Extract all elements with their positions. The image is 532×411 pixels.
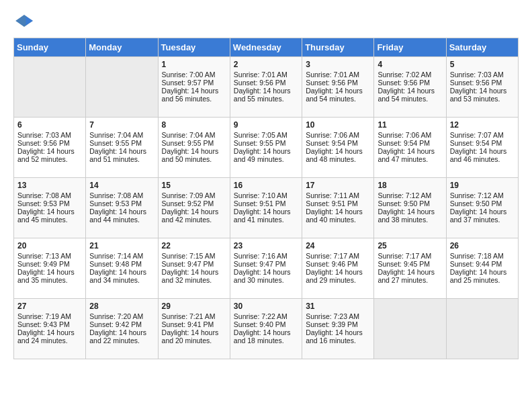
daylight-text: Daylight: 14 hours and 52 minutes. — [17, 147, 75, 163]
sunset-text: Sunset: 9:50 PM — [378, 199, 430, 208]
calendar-cell: 31Sunrise: 7:23 AMSunset: 9:39 PMDayligh… — [302, 299, 374, 359]
calendar-cell: 17Sunrise: 7:11 AMSunset: 9:51 PMDayligh… — [302, 178, 374, 238]
sunrise-text: Sunrise: 7:05 AM — [234, 131, 287, 139]
weekday-header: Monday — [86, 38, 158, 57]
day-number: 24 — [306, 241, 370, 250]
calendar-cell: 5Sunrise: 7:03 AMSunset: 9:56 PMDaylight… — [446, 57, 518, 118]
daylight-text: Daylight: 14 hours and 29 minutes. — [306, 268, 363, 284]
sunrise-text: Sunrise: 7:04 AM — [89, 131, 143, 139]
calendar-cell: 14Sunrise: 7:08 AMSunset: 9:53 PMDayligh… — [86, 178, 158, 238]
weekday-header: Tuesday — [158, 38, 230, 57]
sunrise-text: Sunrise: 7:02 AM — [378, 71, 431, 79]
weekday-header: Friday — [374, 38, 446, 57]
sunset-text: Sunset: 9:54 PM — [306, 139, 358, 147]
daylight-text: Daylight: 14 hours and 46 minutes. — [450, 147, 507, 163]
day-number: 26 — [450, 241, 515, 250]
calendar-cell: 20Sunrise: 7:13 AMSunset: 9:49 PMDayligh… — [14, 238, 86, 299]
day-number: 13 — [17, 181, 82, 190]
sunrise-text: Sunrise: 7:16 AM — [234, 252, 287, 260]
calendar-cell: 27Sunrise: 7:19 AMSunset: 9:43 PMDayligh… — [14, 299, 86, 359]
daylight-text: Daylight: 14 hours and 40 minutes. — [306, 208, 363, 224]
calendar-cell: 29Sunrise: 7:21 AMSunset: 9:41 PMDayligh… — [158, 299, 230, 359]
sunset-text: Sunset: 9:52 PM — [162, 199, 214, 208]
calendar-cell: 21Sunrise: 7:14 AMSunset: 9:48 PMDayligh… — [86, 238, 158, 299]
day-number: 7 — [89, 120, 154, 130]
sunrise-text: Sunrise: 7:15 AM — [162, 252, 216, 260]
sunrise-text: Sunrise: 7:17 AM — [378, 252, 431, 260]
sunrise-text: Sunrise: 7:12 AM — [378, 191, 431, 199]
day-number: 19 — [450, 181, 515, 190]
sunset-text: Sunset: 9:49 PM — [17, 260, 70, 268]
calendar-cell: 13Sunrise: 7:08 AMSunset: 9:53 PMDayligh… — [14, 178, 86, 238]
sunrise-text: Sunrise: 7:09 AM — [162, 191, 216, 199]
daylight-text: Daylight: 14 hours and 42 minutes. — [162, 208, 219, 224]
calendar-cell — [86, 57, 158, 118]
sunset-text: Sunset: 9:40 PM — [234, 320, 286, 328]
sunrise-text: Sunrise: 7:03 AM — [450, 71, 504, 79]
calendar-cell: 26Sunrise: 7:18 AMSunset: 9:44 PMDayligh… — [446, 238, 518, 299]
day-number: 12 — [450, 120, 515, 130]
calendar-cell: 10Sunrise: 7:06 AMSunset: 9:54 PMDayligh… — [302, 118, 374, 178]
logo-icon — [13, 15, 35, 27]
daylight-text: Daylight: 14 hours and 27 minutes. — [378, 268, 435, 284]
day-number: 9 — [234, 120, 298, 130]
sunset-text: Sunset: 9:42 PM — [89, 320, 142, 328]
sunset-text: Sunset: 9:53 PM — [17, 199, 70, 208]
day-number: 8 — [162, 120, 226, 130]
sunrise-text: Sunrise: 7:11 AM — [306, 191, 359, 199]
sunrise-text: Sunrise: 7:18 AM — [450, 252, 504, 260]
daylight-text: Daylight: 14 hours and 34 minutes. — [89, 268, 146, 284]
calendar-cell: 23Sunrise: 7:16 AMSunset: 9:47 PMDayligh… — [230, 238, 302, 299]
calendar-cell: 6Sunrise: 7:03 AMSunset: 9:56 PMDaylight… — [14, 118, 86, 178]
sunset-text: Sunset: 9:56 PM — [306, 79, 358, 87]
daylight-text: Daylight: 14 hours and 48 minutes. — [306, 147, 363, 163]
sunset-text: Sunset: 9:56 PM — [234, 79, 286, 87]
calendar-cell — [446, 299, 518, 359]
daylight-text: Daylight: 14 hours and 44 minutes. — [89, 208, 146, 224]
sunrise-text: Sunrise: 7:20 AM — [89, 312, 143, 320]
sunrise-text: Sunrise: 7:07 AM — [450, 131, 504, 139]
daylight-text: Daylight: 14 hours and 35 minutes. — [17, 268, 75, 284]
day-number: 29 — [162, 302, 226, 311]
sunrise-text: Sunrise: 7:10 AM — [234, 191, 287, 199]
daylight-text: Daylight: 14 hours and 49 minutes. — [234, 147, 291, 163]
sunset-text: Sunset: 9:46 PM — [306, 260, 358, 268]
sunrise-text: Sunrise: 7:12 AM — [450, 191, 504, 199]
calendar-cell: 12Sunrise: 7:07 AMSunset: 9:54 PMDayligh… — [446, 118, 518, 178]
weekday-header: Thursday — [302, 38, 374, 57]
calendar-cell: 8Sunrise: 7:04 AMSunset: 9:55 PMDaylight… — [158, 118, 230, 178]
calendar-header: SundayMondayTuesdayWednesdayThursdayFrid… — [14, 38, 519, 57]
daylight-text: Daylight: 14 hours and 18 minutes. — [234, 328, 291, 345]
daylight-text: Daylight: 14 hours and 54 minutes. — [378, 87, 435, 103]
sunset-text: Sunset: 9:45 PM — [378, 260, 430, 268]
day-number: 17 — [306, 181, 370, 190]
calendar-cell: 11Sunrise: 7:06 AMSunset: 9:54 PMDayligh… — [374, 118, 446, 178]
sunset-text: Sunset: 9:54 PM — [450, 139, 502, 147]
sunset-text: Sunset: 9:43 PM — [17, 320, 70, 328]
weekday-header: Wednesday — [230, 38, 302, 57]
day-number: 18 — [378, 181, 442, 190]
sunrise-text: Sunrise: 7:08 AM — [89, 191, 143, 199]
calendar-table: SundayMondayTuesdayWednesdayThursdayFrid… — [13, 38, 519, 359]
day-number: 15 — [162, 181, 226, 190]
calendar-cell: 9Sunrise: 7:05 AMSunset: 9:55 PMDaylight… — [230, 118, 302, 178]
day-number: 6 — [17, 120, 82, 130]
sunset-text: Sunset: 9:56 PM — [17, 139, 70, 147]
sunrise-text: Sunrise: 7:06 AM — [306, 131, 359, 139]
daylight-text: Daylight: 14 hours and 30 minutes. — [234, 268, 291, 284]
day-number: 31 — [306, 302, 370, 311]
daylight-text: Daylight: 14 hours and 45 minutes. — [17, 208, 75, 224]
sunset-text: Sunset: 9:51 PM — [306, 199, 358, 208]
calendar-cell: 19Sunrise: 7:12 AMSunset: 9:50 PMDayligh… — [446, 178, 518, 238]
daylight-text: Daylight: 14 hours and 20 minutes. — [162, 328, 219, 345]
calendar-cell: 25Sunrise: 7:17 AMSunset: 9:45 PMDayligh… — [374, 238, 446, 299]
sunset-text: Sunset: 9:54 PM — [378, 139, 430, 147]
logo — [13, 13, 38, 27]
daylight-text: Daylight: 14 hours and 41 minutes. — [234, 208, 291, 224]
calendar-cell: 22Sunrise: 7:15 AMSunset: 9:47 PMDayligh… — [158, 238, 230, 299]
sunset-text: Sunset: 9:56 PM — [450, 79, 502, 87]
sunrise-text: Sunrise: 7:21 AM — [162, 312, 216, 320]
day-number: 10 — [306, 120, 370, 130]
sunset-text: Sunset: 9:50 PM — [450, 199, 502, 208]
day-number: 20 — [17, 241, 82, 250]
